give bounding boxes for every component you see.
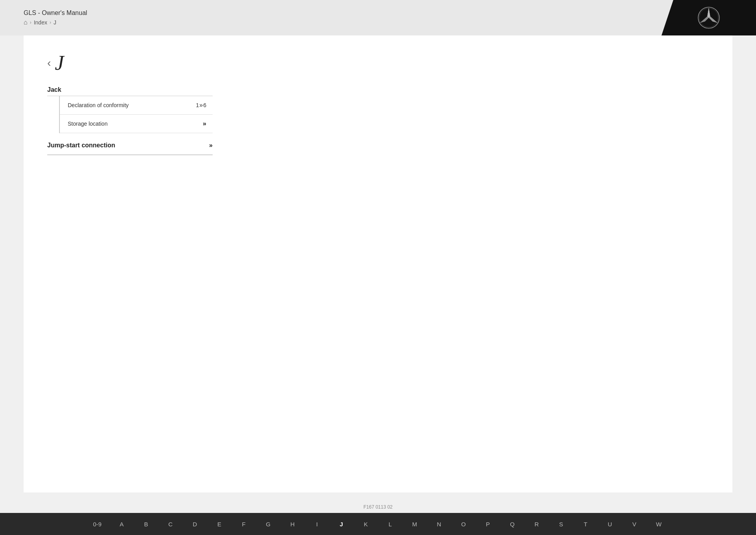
mercedes-logo[interactable] (662, 0, 756, 35)
alpha-item-i[interactable]: I (305, 518, 329, 531)
jack-sub-items: Declaration of conformity 1 6 Storage lo… (59, 96, 213, 133)
jack-section-title: Jack (47, 86, 213, 93)
jump-start-bottom-divider (47, 155, 213, 155)
page-suffix: 6 (203, 102, 206, 108)
alpha-item-f[interactable]: F (232, 518, 256, 531)
double-arrow-icon-3: » (209, 142, 213, 149)
declaration-conformity-item[interactable]: Declaration of conformity 1 6 (60, 96, 213, 115)
back-arrow-icon[interactable] (47, 58, 51, 69)
alpha-item-q[interactable]: Q (500, 518, 524, 531)
storage-location-label: Storage location (68, 121, 107, 127)
header: GLS - Owner's Manual ⌂ › Index › J (0, 0, 756, 35)
double-arrow-icon-1 (199, 102, 203, 109)
alpha-item-o[interactable]: O (451, 518, 476, 531)
alpha-item-0-9[interactable]: 0-9 (85, 518, 109, 531)
jump-start-item[interactable]: Jump-start connection » (47, 136, 213, 155)
breadcrumb-index[interactable]: Index (34, 19, 47, 26)
jump-start-label: Jump-start connection (47, 142, 115, 149)
declaration-conformity-page: 1 6 (196, 102, 207, 109)
alpha-item-k[interactable]: K (354, 518, 378, 531)
alpha-item-m[interactable]: M (402, 518, 427, 531)
alpha-item-l[interactable]: L (378, 518, 402, 531)
page-num: 1 (196, 102, 199, 108)
alpha-item-d[interactable]: D (183, 518, 207, 531)
mercedes-star-icon (697, 6, 721, 30)
alpha-item-e[interactable]: E (207, 518, 232, 531)
alpha-item-b[interactable]: B (134, 518, 158, 531)
breadcrumb-sep-1: › (30, 20, 32, 25)
double-arrow-icon-2: » (203, 120, 206, 127)
index-section-jack: Jack Declaration of conformity 1 6 Stora… (47, 86, 213, 155)
alpha-item-j[interactable]: J (329, 518, 354, 531)
alpha-item-s[interactable]: S (549, 518, 573, 531)
breadcrumb-letter[interactable]: J (54, 19, 56, 26)
main-content: J Jack Declaration of conformity 1 6 Sto… (24, 35, 732, 492)
alpha-item-p[interactable]: P (476, 518, 500, 531)
alpha-item-a[interactable]: A (109, 518, 134, 531)
alphabet-bar: 0-9ABCDEFGHIJKLMNOPQRSTUVW (0, 513, 756, 535)
page-letter: J (55, 51, 64, 74)
alpha-item-t[interactable]: T (573, 518, 598, 531)
declaration-conformity-label: Declaration of conformity (68, 102, 129, 108)
manual-title: GLS - Owner's Manual (24, 9, 87, 17)
breadcrumb-sep-2: › (50, 20, 51, 25)
alpha-item-u[interactable]: U (598, 518, 622, 531)
alpha-item-v[interactable]: V (622, 518, 647, 531)
alpha-item-n[interactable]: N (427, 518, 451, 531)
alpha-item-c[interactable]: C (158, 518, 183, 531)
storage-location-item[interactable]: Storage location » (60, 115, 213, 133)
alpha-item-g[interactable]: G (256, 518, 280, 531)
home-icon[interactable]: ⌂ (24, 19, 28, 26)
header-left: GLS - Owner's Manual ⌂ › Index › J (24, 9, 87, 26)
page-letter-nav: J (47, 51, 709, 74)
alpha-item-h[interactable]: H (280, 518, 305, 531)
breadcrumb: ⌂ › Index › J (24, 19, 87, 26)
alpha-item-r[interactable]: R (524, 518, 549, 531)
alpha-item-w[interactable]: W (647, 518, 671, 531)
footer-doc-id: F167 0113 02 (0, 502, 756, 512)
